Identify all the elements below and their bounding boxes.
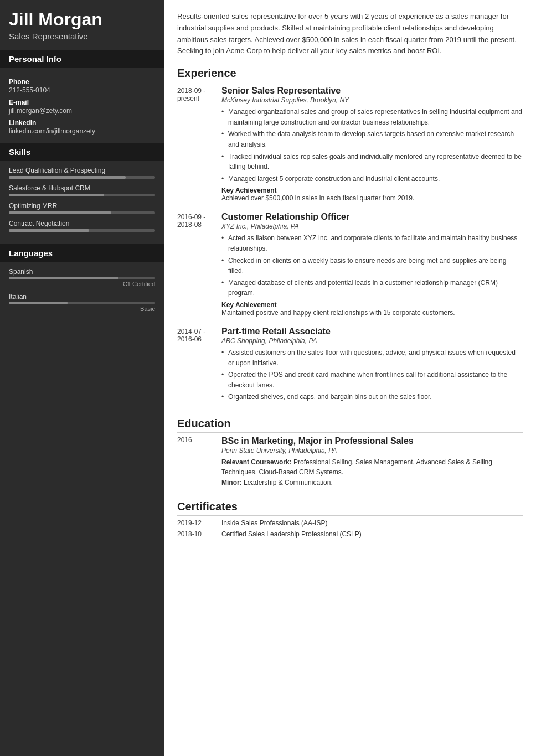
languages-body: Spanish C1 Certified Italian Basic — [0, 262, 164, 323]
job-title: Senior Sales Representative — [221, 86, 523, 96]
exp-company: McKinsey Industrial Supplies, Brooklyn, … — [221, 96, 523, 104]
exp-content: Senior Sales Representative McKinsey Ind… — [221, 86, 523, 202]
skill-bar-fill — [9, 211, 111, 214]
exp-company: XYZ Inc., Philadelphia, PA — [221, 222, 523, 230]
bullet: Managed largest 5 corporate construction… — [221, 174, 523, 184]
job-title: Customer Relationship Officer — [221, 212, 523, 222]
education-section: Education 2016 BSc in Marketing, Major i… — [177, 417, 523, 488]
experience-section: Experience 2018-09 -present Senior Sales… — [177, 67, 523, 405]
exp-bullets: Managed organizational sales and group o… — [221, 107, 523, 184]
skill-bar-bg — [9, 176, 155, 179]
main-content: Results-oriented sales representative fo… — [164, 0, 536, 756]
achievement-text: Achieved over $500,000 in sales in each … — [221, 194, 523, 202]
skills-header: Skills — [0, 143, 164, 161]
exp-date: 2016-09 -2018-08 — [177, 212, 221, 317]
bullet: Organized shelves, end caps, and bargain… — [221, 392, 523, 402]
cert-date: 2019-12 — [177, 519, 221, 527]
candidate-title: Sales Representative — [9, 32, 155, 41]
exp-date: 2014-07 -2016-06 — [177, 327, 221, 405]
education-item: 2016 BSc in Marketing, Major in Professi… — [177, 436, 523, 488]
edu-minor: Minor: Leadership & Communication. — [221, 478, 523, 488]
language-level: C1 Certified — [9, 281, 155, 287]
achievement-text: Maintained positive and happy client rel… — [221, 309, 523, 317]
skill-bar-fill — [9, 194, 104, 196]
education-title: Education — [177, 417, 523, 433]
skill-bar-fill — [9, 176, 126, 179]
certificates-title: Certificates — [177, 500, 523, 516]
language-bar-fill — [9, 302, 68, 304]
experience-item: 2016-09 -2018-08 Customer Relationship O… — [177, 212, 523, 317]
skill-item: Optimizing MRR — [9, 202, 155, 214]
bullet: Checked in on clients on a weekly basis … — [221, 256, 523, 276]
skills-body: Lead Qualification & Prospecting Salesfo… — [0, 161, 164, 243]
edu-content: BSc in Marketing, Major in Professional … — [221, 436, 523, 488]
cert-name: Inside Sales Professionals (AA-ISP) — [221, 519, 327, 527]
edu-degree: BSc in Marketing, Major in Professional … — [221, 436, 523, 446]
cert-name: Certified Sales Leadership Professional … — [221, 530, 362, 538]
personal-info-header: Personal Info — [0, 50, 164, 68]
skill-bar-bg — [9, 211, 155, 214]
language-bar-bg — [9, 277, 155, 279]
bullet: Acted as liaison between XYZ Inc. and co… — [221, 233, 523, 253]
bullet: Tracked individual sales rep sales goals… — [221, 152, 523, 172]
linkedin-label: LinkedIn — [9, 119, 155, 127]
phone-label: Phone — [9, 78, 155, 86]
email-label: E-mail — [9, 99, 155, 106]
exp-bullets: Assisted customers on the sales floor wi… — [221, 348, 523, 402]
personal-info-body: Phone 212-555-0104 E-mail jill.morgan@ze… — [0, 68, 164, 142]
skill-name: Optimizing MRR — [9, 202, 155, 210]
language-bar-bg — [9, 302, 155, 304]
certificate-item: 2018-10 Certified Sales Leadership Profe… — [177, 530, 523, 538]
skill-bar-fill — [9, 229, 89, 232]
exp-company: ABC Shopping, Philadelphia, PA — [221, 337, 523, 345]
edu-date: 2016 — [177, 436, 221, 488]
experience-item: 2018-09 -present Senior Sales Representa… — [177, 86, 523, 202]
summary-text: Results-oriented sales representative fo… — [177, 11, 523, 57]
languages-header: Languages — [0, 244, 164, 262]
exp-content: Part-time Retail Associate ABC Shopping,… — [221, 327, 523, 405]
certificates-list: 2019-12 Inside Sales Professionals (AA-I… — [177, 519, 523, 538]
experience-list: 2018-09 -present Senior Sales Representa… — [177, 86, 523, 405]
edu-coursework: Relevant Coursework: Professional Sellin… — [221, 457, 523, 478]
language-item: Spanish C1 Certified — [9, 268, 155, 287]
edu-school: Penn State University, Philadelphia, PA — [221, 447, 523, 454]
skill-name: Salesforce & Hubspot CRM — [9, 184, 155, 192]
language-item: Italian Basic — [9, 293, 155, 312]
bullet: Assisted customers on the sales floor wi… — [221, 348, 523, 368]
bullet: Managed database of clients and potentia… — [221, 278, 523, 298]
language-level: Basic — [9, 305, 155, 312]
exp-date: 2018-09 -present — [177, 86, 221, 202]
cert-date: 2018-10 — [177, 530, 221, 538]
email-value: jill.morgan@zety.com — [9, 107, 155, 115]
linkedin-value: linkedin.com/in/jillmorganzety — [9, 127, 155, 135]
certificates-section: Certificates 2019-12 Inside Sales Profes… — [177, 500, 523, 538]
phone-value: 212-555-0104 — [9, 86, 155, 94]
language-bar-fill — [9, 277, 118, 279]
skill-item: Lead Qualification & Prospecting — [9, 167, 155, 179]
skill-bar-bg — [9, 194, 155, 196]
experience-title: Experience — [177, 67, 523, 82]
bullet: Worked with the data analysis team to de… — [221, 129, 523, 149]
bullet: Operated the POS and credit card machine… — [221, 370, 523, 390]
bullet: Managed organizational sales and group o… — [221, 107, 523, 127]
exp-content: Customer Relationship Officer XYZ Inc., … — [221, 212, 523, 317]
exp-bullets: Acted as liaison between XYZ Inc. and co… — [221, 233, 523, 298]
language-name: Spanish — [9, 268, 155, 276]
job-title: Part-time Retail Associate — [221, 327, 523, 336]
sidebar-header: Jill Morgan Sales Representative — [0, 0, 164, 49]
skill-name: Contract Negotiation — [9, 220, 155, 227]
candidate-name: Jill Morgan — [9, 10, 155, 29]
achievement-label: Key Achievement — [221, 187, 523, 194]
sidebar: Jill Morgan Sales Representative Persona… — [0, 0, 164, 756]
skill-item: Salesforce & Hubspot CRM — [9, 184, 155, 196]
achievement-label: Key Achievement — [221, 301, 523, 309]
language-name: Italian — [9, 293, 155, 301]
skill-bar-bg — [9, 229, 155, 232]
skill-item: Contract Negotiation — [9, 220, 155, 232]
certificate-item: 2019-12 Inside Sales Professionals (AA-I… — [177, 519, 523, 527]
skill-name: Lead Qualification & Prospecting — [9, 167, 155, 174]
experience-item: 2014-07 -2016-06 Part-time Retail Associ… — [177, 327, 523, 405]
education-list: 2016 BSc in Marketing, Major in Professi… — [177, 436, 523, 488]
